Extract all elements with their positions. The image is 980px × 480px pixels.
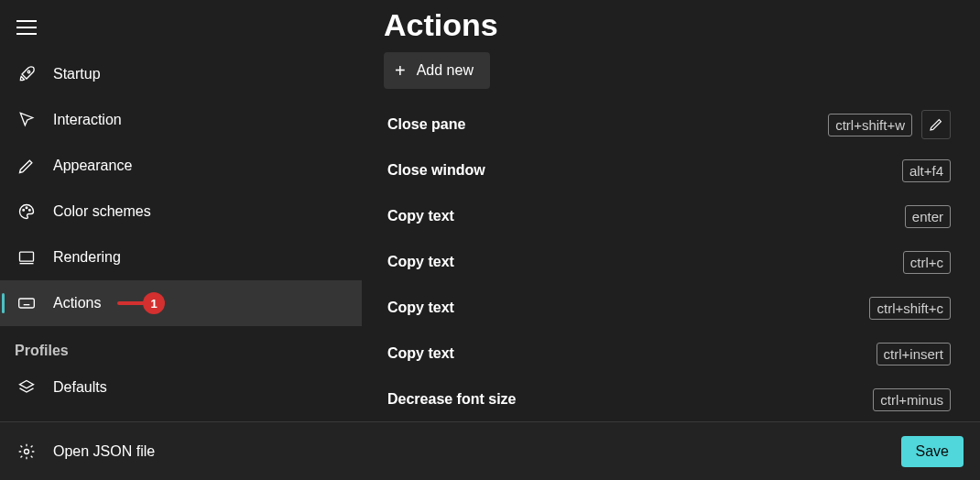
- page-title: Actions: [384, 7, 953, 43]
- add-new-button[interactable]: + Add new: [384, 52, 490, 89]
- action-label: Close window: [387, 162, 485, 179]
- keybinding: ctrl+c: [903, 251, 951, 274]
- sidebar-item-defaults[interactable]: Defaults: [0, 365, 362, 410]
- footer: Open JSON file Save: [0, 421, 980, 480]
- keybinding: ctrl+minus: [873, 388, 951, 411]
- sidebar-item-label: Startup: [53, 66, 101, 82]
- action-row[interactable]: Copy text ctrl+shift+c: [384, 285, 953, 331]
- sidebar-item-color-schemes[interactable]: Color schemes: [0, 189, 362, 235]
- hamburger-menu-button[interactable]: [0, 13, 362, 51]
- edit-button[interactable]: [921, 110, 951, 139]
- svg-rect-7: [20, 252, 34, 261]
- svg-rect-9: [19, 299, 35, 308]
- keybinding: ctrl+shift+c: [869, 297, 951, 320]
- brush-icon: [16, 156, 37, 176]
- action-label: Copy text: [387, 254, 454, 270]
- sidebar-item-label: Rendering: [53, 249, 121, 266]
- action-row[interactable]: Close window alt+f4: [384, 147, 953, 193]
- keybinding: ctrl+shift+w: [828, 114, 912, 136]
- svg-point-15: [25, 449, 29, 453]
- action-label: Decrease font size: [387, 391, 517, 408]
- sidebar-item-label: Appearance: [53, 158, 132, 174]
- cursor-icon: [16, 110, 37, 130]
- sidebar: Startup Interaction Appearance: [0, 0, 362, 421]
- action-row[interactable]: Copy text ctrl+c: [384, 239, 953, 285]
- actions-list: Close pane ctrl+shift+w Close window alt…: [384, 102, 953, 421]
- palette-icon: [16, 202, 37, 222]
- action-row[interactable]: Copy text enter: [384, 193, 953, 239]
- svg-point-4: [23, 210, 25, 212]
- open-json-file-button[interactable]: Open JSON file: [16, 442, 155, 462]
- sidebar-item-actions[interactable]: Actions 1: [0, 280, 362, 326]
- layers-icon: [16, 377, 37, 398]
- svg-point-3: [27, 71, 30, 73]
- sidebar-item-label: Color schemes: [53, 203, 151, 220]
- profiles-section-header: Profiles: [0, 326, 362, 365]
- action-row[interactable]: Decrease font size ctrl+minus: [384, 376, 953, 421]
- annotation-badge-1: 1: [143, 292, 165, 314]
- sidebar-item-label: Defaults: [53, 379, 107, 396]
- keybinding: alt+f4: [902, 159, 951, 182]
- action-row[interactable]: Close pane ctrl+shift+w: [384, 102, 953, 147]
- sidebar-item-label: Actions: [53, 295, 101, 311]
- main-content: Actions 2 + Add new Close pane ctrl+shif…: [362, 0, 980, 421]
- action-row[interactable]: Copy text ctrl+insert: [384, 331, 953, 376]
- hamburger-icon: [16, 20, 37, 35]
- open-json-label: Open JSON file: [53, 443, 155, 460]
- gear-icon: [16, 442, 37, 462]
- rocket-icon: [16, 64, 37, 84]
- keybinding: enter: [905, 205, 951, 228]
- action-label: Close pane: [387, 116, 465, 133]
- sidebar-item-appearance[interactable]: Appearance: [0, 143, 362, 189]
- sidebar-item-rendering[interactable]: Rendering: [0, 235, 362, 280]
- action-label: Copy text: [387, 208, 454, 224]
- add-new-label: Add new: [417, 62, 474, 79]
- keybinding: ctrl+insert: [877, 343, 951, 365]
- action-label: Copy text: [387, 345, 454, 362]
- svg-point-5: [26, 207, 27, 209]
- svg-point-6: [29, 210, 31, 212]
- sidebar-item-label: Interaction: [53, 112, 122, 128]
- plus-icon: +: [395, 61, 406, 80]
- monitor-icon: [16, 247, 37, 267]
- sidebar-item-interaction[interactable]: Interaction: [0, 97, 362, 143]
- annotation-tail: [117, 301, 145, 305]
- keyboard-icon: [16, 293, 37, 313]
- pencil-icon: [929, 117, 943, 132]
- action-label: Copy text: [387, 300, 454, 316]
- sidebar-item-startup[interactable]: Startup: [0, 51, 362, 97]
- save-button[interactable]: Save: [901, 436, 964, 467]
